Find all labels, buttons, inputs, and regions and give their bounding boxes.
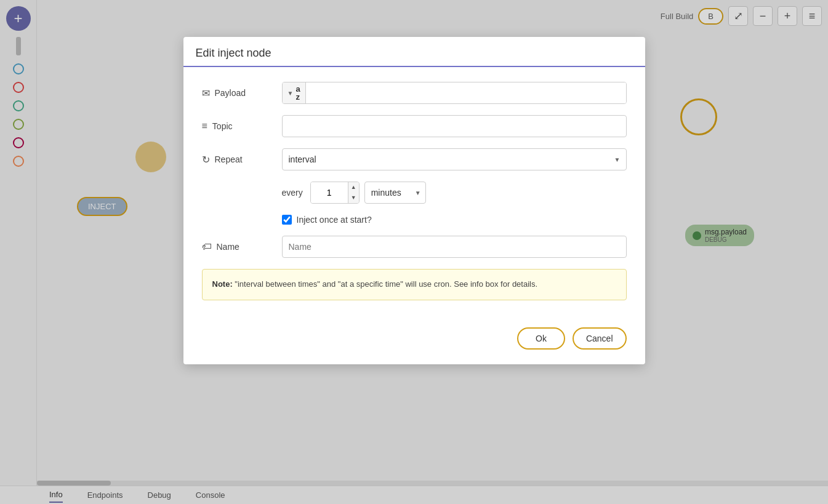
tag-icon: 🏷 xyxy=(202,241,212,252)
repeat-icon: ↻ xyxy=(202,154,210,166)
payload-input-wrapper: ▼ az xyxy=(282,82,627,104)
modal-title: Edit inject node xyxy=(196,47,633,60)
payload-row: ✉ Payload ▼ az xyxy=(202,82,627,104)
every-number-input[interactable] xyxy=(311,182,348,203)
payload-label: ✉ Payload xyxy=(202,87,282,99)
number-spinners: ▲ ▼ xyxy=(348,182,359,203)
inject-once-label: Inject once at start? xyxy=(297,215,372,225)
repeat-row: ↻ Repeat interval interval between times… xyxy=(202,148,627,170)
every-row: every ▲ ▼ seconds minutes hours days xyxy=(282,182,627,204)
az-icon: az xyxy=(295,85,300,101)
unit-select[interactable]: seconds minutes hours days xyxy=(364,182,426,204)
note-box: Note: "interval between times" and "at a… xyxy=(202,269,627,300)
name-row: 🏷 Name xyxy=(202,236,627,258)
payload-text-input[interactable] xyxy=(306,82,626,103)
modal-footer: Ok Cancel xyxy=(183,327,645,364)
ok-button[interactable]: Ok xyxy=(517,327,565,350)
topic-input[interactable] xyxy=(282,115,627,137)
inject-once-row: Inject once at start? xyxy=(282,215,627,225)
topic-label: ≡ Topic xyxy=(202,121,282,132)
unit-select-wrapper: seconds minutes hours days ▼ xyxy=(364,182,426,204)
envelope-icon: ✉ xyxy=(202,87,210,99)
modal-body: ✉ Payload ▼ az ≡ Topic xyxy=(183,67,645,327)
name-input[interactable] xyxy=(282,236,627,258)
number-input-wrapper: ▲ ▼ xyxy=(310,182,360,204)
repeat-label: ↻ Repeat xyxy=(202,154,282,166)
lines-icon: ≡ xyxy=(202,121,207,132)
cancel-button[interactable]: Cancel xyxy=(573,327,627,350)
note-bold: Note: xyxy=(212,279,233,289)
modal-header: Edit inject node xyxy=(183,37,645,67)
every-label: every xyxy=(282,188,303,198)
name-label: 🏷 Name xyxy=(202,241,282,252)
topic-row: ≡ Topic xyxy=(202,115,627,137)
modal-overlay: Edit inject node ✉ Payload ▼ az xyxy=(0,0,828,504)
inject-once-checkbox[interactable] xyxy=(282,215,292,225)
repeat-select[interactable]: interval interval between times at a spe… xyxy=(282,148,627,170)
spinner-up-button[interactable]: ▲ xyxy=(348,182,359,193)
dropdown-arrow-icon: ▼ xyxy=(287,90,294,97)
spinner-down-button[interactable]: ▼ xyxy=(348,193,359,203)
note-text: "interval between times" and "at a speci… xyxy=(233,279,537,289)
payload-type-button[interactable]: ▼ az xyxy=(283,82,306,103)
edit-inject-modal: Edit inject node ✉ Payload ▼ az xyxy=(183,37,645,364)
repeat-select-wrapper: interval interval between times at a spe… xyxy=(282,148,627,170)
